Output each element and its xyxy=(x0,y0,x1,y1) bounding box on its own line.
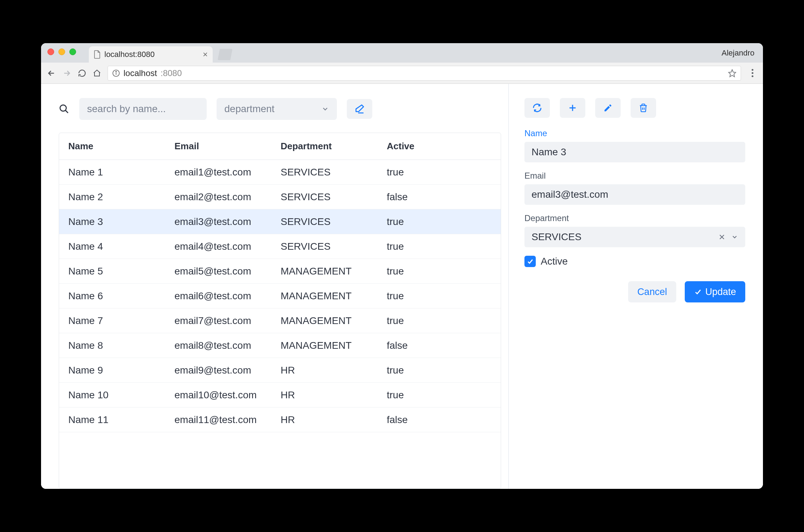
bookmark-icon[interactable] xyxy=(728,69,736,77)
search-input[interactable]: search by name... xyxy=(79,98,207,120)
table-row[interactable]: Name 9email9@test.comHRtrue xyxy=(59,358,501,383)
detail-toolbar xyxy=(524,98,745,118)
cell-email: email2@test.com xyxy=(174,191,281,203)
check-icon xyxy=(694,288,702,296)
delete-button[interactable] xyxy=(631,98,656,118)
refresh-icon xyxy=(532,103,542,113)
table-row[interactable]: Name 7email7@test.comMANAGEMENTtrue xyxy=(59,308,501,333)
cell-name: Name 2 xyxy=(68,191,174,203)
col-active: Active xyxy=(387,141,492,152)
svg-point-4 xyxy=(60,105,67,111)
col-department: Department xyxy=(281,141,387,152)
filters-row: search by name... department xyxy=(59,98,501,120)
new-tab-button[interactable] xyxy=(218,49,232,60)
name-field[interactable]: Name 3 xyxy=(524,142,745,162)
window-minimize-button[interactable] xyxy=(58,48,65,55)
browser-tab[interactable]: localhost:8080 × xyxy=(89,46,213,63)
eraser-icon xyxy=(354,104,365,114)
table-row[interactable]: Name 11email11@test.comHRfalse xyxy=(59,407,501,432)
tab-title: localhost:8080 xyxy=(104,50,155,59)
cell-department: SERVICES xyxy=(281,167,387,178)
update-button[interactable]: Update xyxy=(685,281,745,302)
cell-name: Name 1 xyxy=(68,167,174,178)
chevron-down-icon xyxy=(321,105,329,113)
home-button[interactable] xyxy=(93,69,101,77)
cell-email: email1@test.com xyxy=(174,167,281,178)
table-header-row: Name Email Department Active xyxy=(59,133,501,160)
cell-active: false xyxy=(387,414,492,426)
browser-window: localhost:8080 × Alejandro localhost:808… xyxy=(41,43,763,489)
browser-profile[interactable]: Alejandro xyxy=(722,43,754,63)
detail-pane: Name Name 3 Email email3@test.com Depart… xyxy=(508,84,763,489)
cancel-button[interactable]: Cancel xyxy=(628,281,676,302)
address-bar[interactable]: localhost:8080 xyxy=(108,66,741,81)
cell-email: email4@test.com xyxy=(174,241,281,252)
clear-filters-button[interactable] xyxy=(347,99,372,119)
table-row[interactable]: Name 3email3@test.comSERVICEStrue xyxy=(59,209,501,234)
edit-button[interactable] xyxy=(595,98,621,118)
pencil-icon xyxy=(603,103,613,112)
chevron-down-icon[interactable] xyxy=(731,233,738,241)
add-button[interactable] xyxy=(560,98,585,118)
forward-button[interactable] xyxy=(62,69,71,78)
cell-name: Name 7 xyxy=(68,315,174,326)
cell-email: email3@test.com xyxy=(174,216,281,227)
cell-email: email10@test.com xyxy=(174,389,281,401)
cell-email: email5@test.com xyxy=(174,266,281,277)
table-row[interactable]: Name 10email10@test.comHRtrue xyxy=(59,383,501,407)
cell-name: Name 10 xyxy=(68,389,174,401)
table-row[interactable]: Name 6email6@test.comMANAGEMENTtrue xyxy=(59,284,501,308)
cell-active: true xyxy=(387,315,492,326)
window-controls xyxy=(47,43,76,63)
cell-active: true xyxy=(387,167,492,178)
email-field[interactable]: email3@test.com xyxy=(524,184,745,205)
cell-active: true xyxy=(387,389,492,401)
close-icon[interactable]: × xyxy=(203,50,208,59)
department-value: SERVICES xyxy=(532,231,581,243)
svg-line-5 xyxy=(65,110,68,113)
active-label: Active xyxy=(541,256,568,267)
refresh-button[interactable] xyxy=(524,98,550,118)
url-host: localhost xyxy=(124,68,157,78)
department-placeholder: department xyxy=(224,103,275,115)
cell-name: Name 4 xyxy=(68,241,174,252)
cell-active: false xyxy=(387,340,492,351)
cell-name: Name 5 xyxy=(68,266,174,277)
cell-department: HR xyxy=(281,365,387,376)
table-row[interactable]: Name 4email4@test.comSERVICEStrue xyxy=(59,234,501,259)
department-select[interactable]: department xyxy=(217,98,337,120)
browser-menu-button[interactable] xyxy=(747,69,757,77)
active-checkbox-row[interactable]: Active xyxy=(524,256,745,267)
form-buttons: Cancel Update xyxy=(524,281,745,302)
plus-icon xyxy=(568,103,577,112)
table-row[interactable]: Name 2email2@test.comSERVICESfalse xyxy=(59,185,501,209)
cell-name: Name 6 xyxy=(68,290,174,302)
cell-department: SERVICES xyxy=(281,241,387,252)
back-button[interactable] xyxy=(47,69,56,78)
cell-email: email6@test.com xyxy=(174,290,281,302)
table-row[interactable]: Name 8email8@test.comMANAGEMENTfalse xyxy=(59,333,501,358)
email-value: email3@test.com xyxy=(532,189,608,200)
cell-active: true xyxy=(387,266,492,277)
table-body[interactable]: Name 1email1@test.comSERVICEStrueName 2e… xyxy=(59,160,501,488)
col-name: Name xyxy=(68,141,174,152)
window-fullscreen-button[interactable] xyxy=(69,48,76,55)
cell-active: false xyxy=(387,191,492,203)
window-close-button[interactable] xyxy=(47,48,54,55)
cell-active: true xyxy=(387,241,492,252)
cell-active: true xyxy=(387,216,492,227)
cancel-label: Cancel xyxy=(637,287,667,297)
clear-icon[interactable] xyxy=(718,233,725,241)
cell-name: Name 8 xyxy=(68,340,174,351)
svg-marker-3 xyxy=(729,70,736,77)
url-port: :8080 xyxy=(161,68,182,78)
reload-button[interactable] xyxy=(78,69,86,77)
table-row[interactable]: Name 5email5@test.comMANAGEMENTtrue xyxy=(59,259,501,284)
checkbox-icon xyxy=(524,256,536,267)
table-row[interactable]: Name 1email1@test.comSERVICEStrue xyxy=(59,160,501,185)
department-field[interactable]: SERVICES xyxy=(524,227,745,247)
info-icon xyxy=(112,69,120,77)
list-pane: search by name... department Name xyxy=(41,84,508,489)
cell-email: email11@test.com xyxy=(174,414,281,426)
name-value: Name 3 xyxy=(532,146,566,158)
